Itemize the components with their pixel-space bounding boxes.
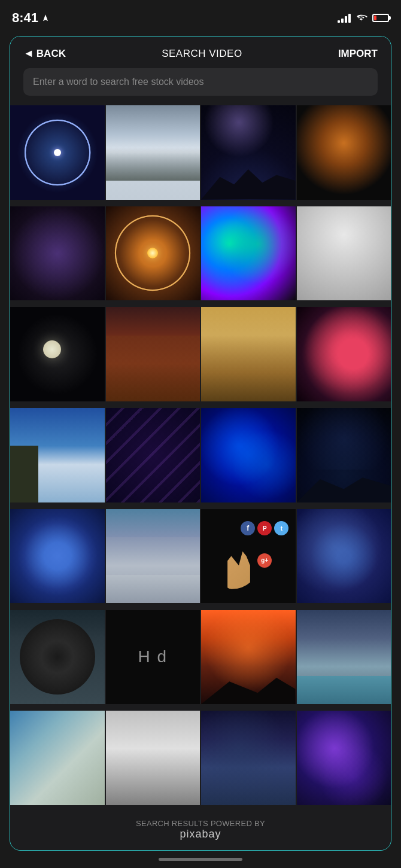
video-thumb-6[interactable] [106, 206, 200, 301]
video-thumb-10[interactable] [106, 307, 200, 401]
signal-strength-icon [338, 13, 351, 23]
video-thumb-17[interactable] [10, 509, 105, 604]
video-thumb-26[interactable] [106, 711, 200, 805]
import-button[interactable]: IMPORT [338, 48, 378, 60]
video-thumb-20[interactable] [297, 509, 391, 604]
battery-icon [372, 14, 389, 22]
video-thumb-22[interactable]: H d [106, 610, 200, 705]
header: ◄ BACK SEARCH VIDEO IMPORT [10, 36, 391, 68]
video-thumb-23[interactable] [201, 610, 296, 705]
video-thumb-1[interactable] [10, 105, 105, 200]
status-bar: 8:41 [0, 0, 401, 36]
video-thumb-19[interactable]: f P t g+ [201, 509, 296, 604]
location-icon [41, 14, 50, 22]
status-icons [338, 13, 389, 23]
video-thumb-18[interactable] [106, 509, 200, 604]
battery-fill [374, 16, 376, 20]
signal-bar-1 [338, 20, 340, 23]
video-thumb-28[interactable] [297, 711, 391, 805]
home-bar [159, 858, 242, 861]
main-card: ◄ BACK SEARCH VIDEO IMPORT [10, 36, 391, 851]
video-thumb-21[interactable] [10, 610, 105, 705]
back-button[interactable]: ◄ BACK [23, 47, 66, 60]
video-thumb-27[interactable] [201, 711, 296, 805]
video-thumb-15[interactable] [201, 408, 296, 502]
video-thumb-3[interactable] [201, 105, 296, 200]
page-title: SEARCH VIDEO [162, 48, 242, 60]
signal-bar-3 [345, 16, 347, 23]
video-thumb-16[interactable] [297, 408, 391, 502]
video-thumb-12[interactable] [297, 307, 391, 401]
video-grid: f P t g+ H d [10, 105, 391, 811]
video-thumb-5[interactable] [10, 206, 105, 301]
video-thumb-13[interactable] [10, 408, 105, 502]
time-label: 8:41 [12, 10, 38, 26]
video-thumb-11[interactable] [201, 307, 296, 401]
video-thumb-24[interactable] [297, 610, 391, 705]
video-thumb-7[interactable] [201, 206, 296, 301]
video-thumb-8[interactable] [297, 206, 391, 301]
video-thumb-25[interactable] [10, 711, 105, 805]
pixabay-brand: pixabay [10, 828, 391, 840]
video-thumb-14[interactable] [106, 408, 200, 502]
search-container [10, 68, 391, 105]
footer: SEARCH RESULTS POWERED BY pixabay [10, 811, 391, 850]
home-indicator [0, 851, 401, 868]
signal-bar-2 [341, 19, 344, 23]
search-input[interactable] [23, 68, 378, 96]
wifi-icon [356, 13, 367, 23]
video-thumb-2[interactable] [106, 105, 200, 200]
letters-overlay: H d [106, 610, 200, 705]
status-time: 8:41 [12, 10, 50, 26]
chevron-left-icon: ◄ [23, 47, 34, 60]
video-thumb-4[interactable] [297, 105, 391, 200]
powered-by-label: SEARCH RESULTS POWERED BY [10, 819, 391, 828]
video-thumb-9[interactable] [10, 307, 105, 401]
back-label: BACK [37, 48, 66, 60]
signal-bar-4 [348, 14, 351, 23]
